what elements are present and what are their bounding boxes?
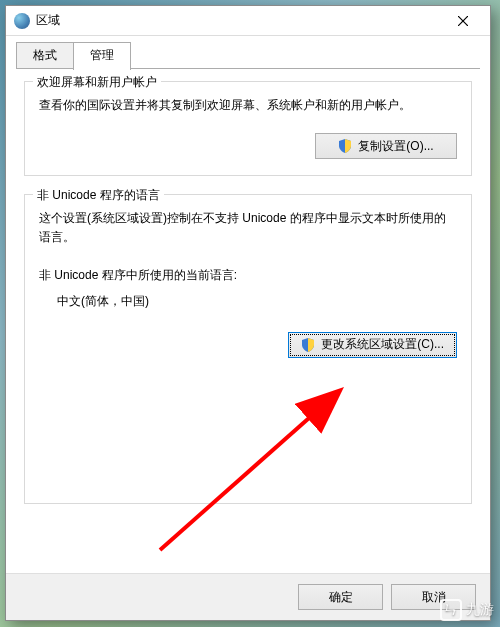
shield-icon: [338, 139, 352, 153]
group-nonunicode-desc: 这个设置(系统区域设置)控制在不支持 Unicode 的程序中显示文本时所使用的…: [39, 209, 457, 247]
change-locale-button[interactable]: 更改系统区域设置(C)...: [288, 332, 457, 358]
group-nonunicode: 非 Unicode 程序的语言 这个设置(系统区域设置)控制在不支持 Unico…: [24, 194, 472, 504]
ok-button[interactable]: 确定: [298, 584, 383, 610]
titlebar: 区域: [6, 6, 490, 36]
group-nonunicode-legend: 非 Unicode 程序的语言: [33, 187, 164, 204]
group-welcome-legend: 欢迎屏幕和新用户帐户: [33, 74, 161, 91]
tab-strip: 格式 管理: [6, 36, 490, 69]
current-language-label: 非 Unicode 程序中所使用的当前语言:: [39, 266, 457, 285]
close-icon: [458, 16, 468, 26]
group-welcome: 欢迎屏幕和新用户帐户 查看你的国际设置并将其复制到欢迎屏幕、系统帐户和新的用户帐…: [24, 81, 472, 176]
group-welcome-desc: 查看你的国际设置并将其复制到欢迎屏幕、系统帐户和新的用户帐户。: [39, 96, 457, 115]
globe-icon: [14, 13, 30, 29]
tab-format[interactable]: 格式: [16, 42, 74, 69]
change-locale-label: 更改系统区域设置(C)...: [321, 336, 444, 353]
tab-admin[interactable]: 管理: [73, 42, 131, 70]
copy-settings-button[interactable]: 复制设置(O)...: [315, 133, 457, 159]
close-button[interactable]: [442, 8, 484, 34]
dialog-content: 欢迎屏幕和新用户帐户 查看你的国际设置并将其复制到欢迎屏幕、系统帐户和新的用户帐…: [6, 69, 490, 573]
watermark-logo: ㄣ: [440, 599, 462, 621]
window-title: 区域: [36, 12, 442, 29]
copy-settings-label: 复制设置(O)...: [358, 138, 433, 155]
current-language-value: 中文(简体，中国): [57, 293, 457, 310]
region-dialog: 区域 格式 管理 欢迎屏幕和新用户帐户 查看你的国际设置并将其复制到欢迎屏幕、系…: [5, 5, 491, 621]
watermark-text: 九游: [466, 601, 494, 619]
shield-icon: [301, 338, 315, 352]
dialog-button-bar: 确定 取消: [6, 573, 490, 620]
watermark: ㄣ 九游: [440, 599, 494, 621]
